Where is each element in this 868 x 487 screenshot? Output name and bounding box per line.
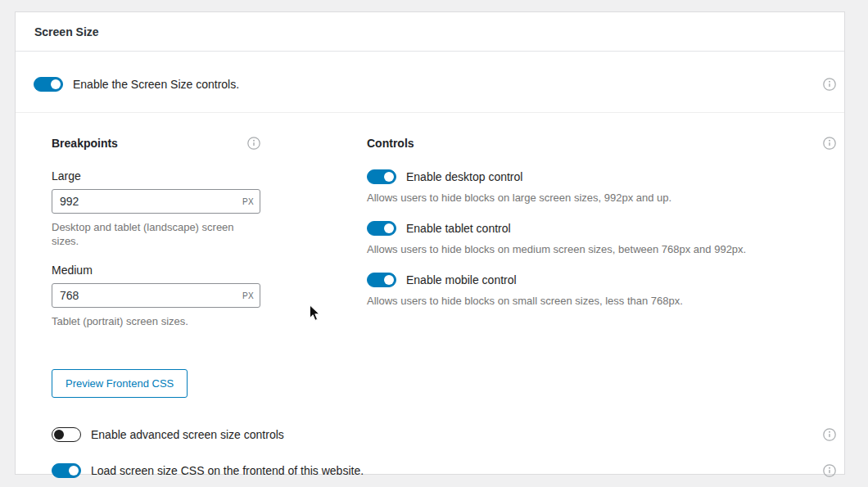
desktop-control-help: Allows users to hide blocks on large scr… — [367, 191, 836, 205]
advanced-controls-row: Enable advanced screen size controls — [16, 427, 844, 442]
page-title: Screen Size — [34, 25, 99, 38]
load-frontend-css-row: Load screen size CSS on the frontend of … — [16, 463, 844, 478]
breakpoint-medium-help: Tablet (portrait) screen sizes. — [52, 314, 260, 328]
controls-column: Controls Enable desktop control Allows u… — [367, 137, 836, 324]
mobile-control-help: Allows users to hide blocks on small scr… — [367, 294, 836, 308]
breakpoints-heading: Breakpoints — [52, 137, 118, 150]
enable-tablet-control-toggle[interactable] — [367, 221, 396, 236]
info-icon[interactable] — [823, 428, 836, 441]
px-unit-suffix: PX — [242, 291, 254, 300]
breakpoint-large-label: Large — [52, 169, 260, 183]
toggle-knob — [69, 466, 79, 476]
breakpoint-medium-label: Medium — [52, 264, 260, 277]
tablet-control-group: Enable tablet control Allows users to hi… — [367, 221, 836, 256]
enable-desktop-control-toggle[interactable] — [367, 169, 396, 184]
breakpoint-large-field: Large PX Desktop and tablet (landscape) … — [52, 169, 260, 248]
footer-toggle-rows: Enable advanced screen size controls Loa… — [16, 427, 844, 478]
enable-tablet-control-label: Enable tablet control — [406, 222, 511, 235]
load-frontend-css-label: Load screen size CSS on the frontend of … — [91, 464, 364, 477]
toggle-knob — [51, 79, 61, 89]
enable-mobile-control-toggle[interactable] — [367, 273, 396, 287]
card-header: Screen Size — [16, 12, 844, 52]
enable-desktop-control-label: Enable desktop control — [406, 170, 522, 183]
toggle-knob — [384, 275, 394, 285]
enable-screen-size-row: Enable the Screen Size controls. — [16, 52, 844, 112]
load-frontend-css-toggle[interactable] — [52, 463, 81, 478]
mobile-control-group: Enable mobile control Allows users to hi… — [367, 273, 836, 308]
px-unit-suffix: PX — [242, 197, 254, 206]
toggle-knob — [54, 430, 64, 440]
enable-mobile-control-label: Enable mobile control — [406, 273, 517, 286]
info-icon[interactable] — [823, 464, 836, 477]
breakpoints-and-controls-section: Breakpoints Large PX Desktop and tablet … — [16, 113, 844, 398]
screen-size-settings-card: Screen Size Enable the Screen Size contr… — [15, 11, 845, 475]
info-icon[interactable] — [247, 137, 260, 150]
enable-advanced-controls-label: Enable advanced screen size controls — [91, 428, 284, 441]
toggle-knob — [384, 172, 394, 182]
breakpoint-medium-input[interactable] — [52, 283, 260, 308]
toggle-knob — [384, 223, 394, 233]
info-icon[interactable] — [823, 137, 836, 150]
info-icon[interactable] — [823, 78, 836, 91]
enable-screen-size-label: Enable the Screen Size controls. — [73, 78, 239, 91]
preview-frontend-css-button[interactable]: Preview Frontend CSS — [52, 369, 188, 398]
enable-advanced-controls-toggle[interactable] — [52, 427, 81, 442]
breakpoint-large-input[interactable] — [52, 189, 260, 214]
breakpoint-large-help: Desktop and tablet (landscape) screen si… — [52, 220, 260, 248]
breakpoints-column: Breakpoints Large PX Desktop and tablet … — [52, 137, 260, 398]
enable-screen-size-toggle[interactable] — [34, 77, 63, 92]
controls-heading: Controls — [367, 137, 414, 150]
tablet-control-help: Allows users to hide blocks on medium sc… — [367, 242, 836, 256]
desktop-control-group: Enable desktop control Allows users to h… — [367, 169, 836, 205]
breakpoint-medium-field: Medium PX Tablet (portrait) screen sizes… — [52, 264, 260, 328]
